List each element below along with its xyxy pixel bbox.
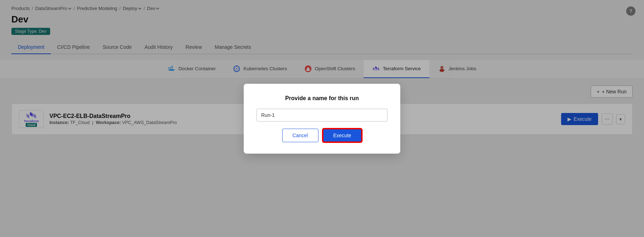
modal-title: Provide a name for this run xyxy=(257,95,387,102)
run-name-modal: Provide a name for this run Cancel Execu… xyxy=(244,84,400,154)
run-name-input[interactable] xyxy=(257,109,387,122)
modal-overlay: Provide a name for this run Cancel Execu… xyxy=(0,0,644,237)
modal-cancel-button[interactable]: Cancel xyxy=(282,129,318,142)
modal-execute-button[interactable]: Execute xyxy=(323,129,362,142)
modal-actions: Cancel Execute xyxy=(257,129,387,142)
